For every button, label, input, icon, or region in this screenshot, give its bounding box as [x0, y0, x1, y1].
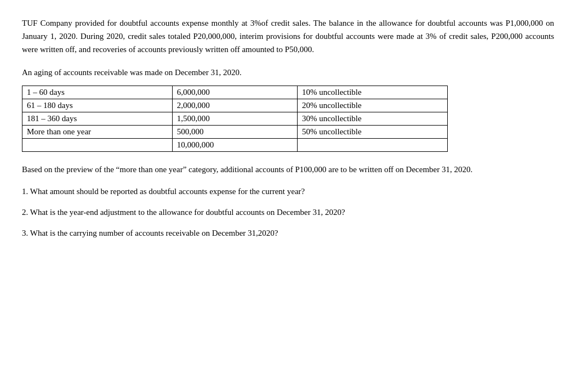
amount-cell: 1,500,000 — [172, 112, 297, 126]
period-cell: 181 – 360 days — [22, 112, 173, 126]
rate-cell: 10% uncollectible — [297, 86, 447, 99]
amount-cell: 6,000,000 — [172, 86, 297, 99]
period-cell: 61 – 180 days — [22, 99, 173, 112]
rate-cell: 50% uncollectible — [297, 126, 447, 139]
table-row: 181 – 360 days 1,500,000 30% uncollectib… — [22, 112, 448, 126]
aging-intro-text: An aging of accounts receivable was made… — [22, 66, 554, 79]
question-2: 2. What is the year-end adjustment to th… — [22, 206, 554, 219]
question-1: 1. What amount should be reported as dou… — [22, 185, 554, 198]
amount-cell: 2,000,000 — [172, 99, 297, 112]
total-amount-cell: 10,000,000 — [172, 139, 297, 152]
table-row: More than one year 500,000 50% uncollect… — [22, 126, 448, 139]
question-3: 3. What is the carrying number of accoun… — [22, 226, 554, 240]
table-total-row: 10,000,000 — [22, 139, 448, 152]
period-cell: More than one year — [22, 126, 173, 139]
period-cell: 1 – 60 days — [22, 86, 173, 99]
amount-cell: 500,000 — [172, 126, 297, 139]
rate-cell: 30% uncollectible — [297, 112, 447, 126]
table-row: 61 – 180 days 2,000,000 20% uncollectibl… — [22, 99, 448, 112]
rate-cell: 20% uncollectible — [297, 99, 447, 112]
aging-table: 1 – 60 days 6,000,000 10% uncollectible … — [22, 86, 448, 152]
note-text: Based on the preview of the “more than o… — [22, 163, 554, 176]
table-row: 1 – 60 days 6,000,000 10% uncollectible — [22, 86, 448, 99]
total-rate-cell — [297, 139, 447, 152]
total-period-cell — [22, 139, 173, 152]
intro-paragraph: TUF Company provided for doubtful accoun… — [22, 16, 554, 56]
